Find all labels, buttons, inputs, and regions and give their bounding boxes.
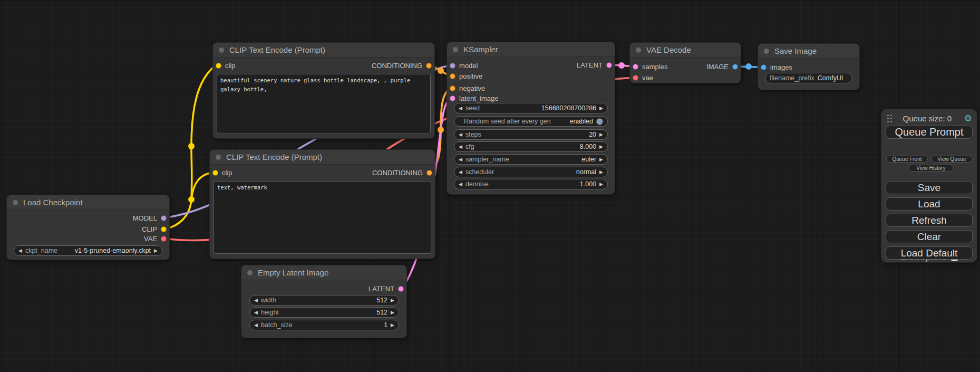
load-default-button[interactable]: Load Default [886, 246, 973, 260]
decrement-arrow-icon[interactable]: ◀ [459, 182, 462, 187]
decrement-arrow-icon[interactable]: ◀ [254, 298, 258, 303]
input-slot-clip: clip [212, 168, 232, 177]
reroute-dot-positive[interactable] [438, 68, 444, 74]
node-save-image[interactable]: Save Image images filename_prefix ComfyU… [758, 44, 859, 90]
collapse-dot[interactable] [219, 47, 224, 53]
increment-arrow-icon[interactable]: ▶ [391, 323, 394, 328]
decrement-arrow-icon[interactable]: ◀ [459, 157, 462, 162]
node-title-bar: CLIP Text Encode (Prompt) [213, 43, 434, 58]
increment-arrow-icon[interactable]: ▶ [154, 249, 158, 253]
collapse-dot[interactable] [247, 270, 253, 275]
reroute-dot-latent[interactable] [618, 62, 625, 69]
random-seed-toggle[interactable] [596, 118, 603, 125]
node-title: Load Checkpoint [23, 198, 83, 207]
latent-output-dot[interactable] [398, 286, 404, 292]
increment-arrow-icon[interactable]: ▶ [391, 298, 394, 303]
queue-prompt-button[interactable]: Queue Prompt [886, 126, 973, 139]
input-slot-images: images [761, 63, 792, 71]
positive-prompt-textarea[interactable]: beautiful scenery nature glass bottle la… [217, 74, 431, 134]
model-input-dot[interactable] [450, 63, 455, 69]
reroute-dot-image[interactable] [745, 63, 752, 70]
decrement-arrow-icon[interactable]: ◀ [459, 106, 462, 111]
filename-prefix-widget[interactable]: filename_prefix ComfyUI [765, 73, 852, 83]
reroute-dot-negative[interactable] [438, 127, 444, 133]
node-clip-text-encode-positive[interactable]: CLIP Text Encode (Prompt) clip CONDITION… [213, 43, 434, 138]
reroute-dot-clip-1[interactable] [188, 143, 195, 149]
input-slot-positive: positive [450, 72, 482, 80]
samples-input-dot[interactable] [633, 64, 638, 70]
collapse-dot[interactable] [764, 49, 769, 54]
latent-output-dot[interactable] [606, 62, 612, 68]
collapse-dot[interactable] [636, 47, 641, 53]
queue-front-button[interactable]: Queue Front [886, 156, 928, 163]
load-button[interactable]: Load [886, 197, 973, 211]
output-slot-image: IMAGE [706, 62, 738, 71]
view-queue-button[interactable]: View Queue [931, 156, 973, 163]
clip-input-dot[interactable] [212, 170, 218, 176]
increment-arrow-icon[interactable]: ▶ [599, 106, 603, 111]
node-title: CLIP Text Encode (Prompt) [226, 152, 322, 161]
node-vae-decode[interactable]: VAE Decode samples vae IMAGE [630, 43, 741, 83]
node-clip-text-encode-negative[interactable]: CLIP Text Encode (Prompt) clip CONDITION… [210, 150, 435, 259]
save-button[interactable]: Save [886, 181, 973, 194]
clip-input-dot[interactable] [216, 63, 221, 69]
sampler-name-widget[interactable]: ◀ sampler_name euler ▶ [454, 154, 608, 165]
decrement-arrow-icon[interactable]: ◀ [254, 323, 258, 328]
increment-arrow-icon[interactable]: ▶ [599, 145, 603, 149]
decrement-arrow-icon[interactable]: ◀ [459, 132, 462, 137]
positive-input-dot[interactable] [450, 73, 455, 79]
decrement-arrow-icon[interactable]: ◀ [254, 310, 258, 315]
refresh-button[interactable]: Refresh [886, 214, 973, 227]
gear-icon[interactable]: ⚙ [964, 114, 972, 123]
view-history-button[interactable]: View History [908, 165, 954, 171]
model-output-dot[interactable] [161, 215, 167, 221]
decrement-arrow-icon[interactable]: ◀ [459, 145, 462, 149]
output-slot-latent: LATENT [577, 61, 612, 69]
vae-output-dot[interactable] [161, 236, 167, 242]
clear-button[interactable]: Clear [886, 230, 973, 243]
collapse-dot[interactable] [13, 200, 18, 205]
collapse-dot[interactable] [453, 47, 458, 52]
collapse-dot[interactable] [216, 155, 221, 160]
seed-widget[interactable]: ◀ seed 156680208700286 ▶ [454, 103, 608, 113]
clip-output-dot[interactable] [161, 226, 167, 232]
input-slot-vae: vae [633, 73, 653, 82]
node-ksampler[interactable]: KSampler model positive negative latent_… [447, 42, 615, 194]
images-input-dot[interactable] [761, 64, 766, 70]
increment-arrow-icon[interactable]: ▶ [599, 132, 603, 137]
decrement-arrow-icon[interactable]: ◀ [459, 170, 462, 175]
increment-arrow-icon[interactable]: ▶ [599, 157, 603, 162]
drag-handle-icon[interactable] [887, 115, 889, 116]
height-widget[interactable]: ◀ height 512 ▶ [249, 307, 399, 318]
output-slot-conditioning: CONDITIONING [372, 61, 432, 70]
decrement-arrow-icon[interactable]: ◀ [18, 249, 22, 253]
denoise-widget[interactable]: ◀ denoise 1.000 ▶ [454, 179, 608, 189]
cfg-widget[interactable]: ◀ cfg 8.000 ▶ [454, 141, 608, 152]
node-title-bar: Save Image [758, 44, 859, 59]
queue-panel-header: Queue size: 0 ⚙ [881, 113, 977, 123]
ckpt-name-widget[interactable]: ◀ ckpt_name v1-5-pruned-emaonly.ckpt ▶ [14, 245, 162, 256]
conditioning-output-dot[interactable] [426, 63, 432, 69]
reroute-dot-clip-2[interactable] [188, 196, 195, 203]
steps-widget[interactable]: ◀ steps 20 ▶ [454, 129, 608, 140]
negative-prompt-textarea[interactable]: text, watermark [214, 181, 431, 254]
input-slot-samples: samples [633, 62, 667, 71]
node-title-bar: Empty Latent Image [241, 265, 406, 280]
increment-arrow-icon[interactable]: ▶ [599, 170, 603, 175]
increment-arrow-icon[interactable]: ▶ [599, 182, 603, 187]
increment-arrow-icon[interactable]: ▶ [391, 310, 394, 315]
image-output-dot[interactable] [732, 64, 738, 70]
node-empty-latent-image[interactable]: Empty Latent Image LATENT ◀ width 512 ▶ … [241, 265, 406, 338]
latent-image-input-dot[interactable] [450, 96, 455, 101]
queue-panel: Queue size: 0 ⚙ Queue Prompt Extra optio… [881, 109, 977, 262]
node-graph-canvas[interactable]: { "colors": { "model": "#B39DDB", "clip"… [0, 0, 980, 372]
node-load-checkpoint[interactable]: Load Checkpoint MODEL CLIP VAE ◀ ckpt_na… [7, 195, 169, 260]
negative-input-dot[interactable] [450, 85, 455, 91]
width-widget[interactable]: ◀ width 512 ▶ [249, 295, 399, 306]
node-title: VAE Decode [646, 45, 691, 54]
random-seed-widget[interactable]: Random seed after every gen enabled [454, 116, 608, 127]
batch-size-widget[interactable]: ◀ batch_size 1 ▶ [249, 320, 399, 330]
conditioning-output-dot[interactable] [426, 170, 432, 176]
vae-input-dot[interactable] [633, 75, 638, 81]
scheduler-widget[interactable]: ◀ scheduler normal ▶ [454, 167, 608, 177]
